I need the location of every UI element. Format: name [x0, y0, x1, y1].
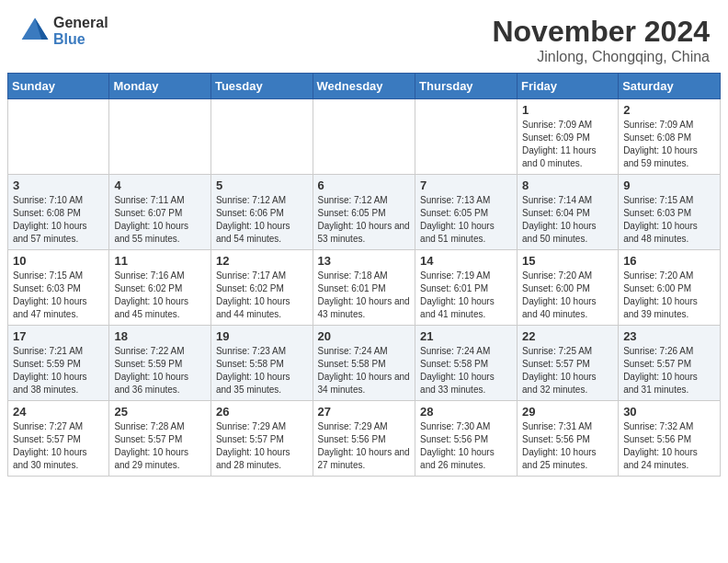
day-info: Sunrise: 7:17 AM Sunset: 6:02 PM Dayligh… — [216, 270, 308, 321]
day-cell: 10Sunrise: 7:15 AM Sunset: 6:03 PM Dayli… — [8, 250, 109, 326]
header: General Blue November 2024 Jinlong, Chon… — [0, 0, 728, 73]
header-saturday: Saturday — [619, 74, 721, 99]
day-info: Sunrise: 7:29 AM Sunset: 5:56 PM Dayligh… — [318, 420, 411, 472]
day-number: 22 — [522, 329, 613, 343]
day-cell: 17Sunrise: 7:21 AM Sunset: 5:59 PM Dayli… — [8, 326, 109, 401]
day-cell — [210, 99, 313, 175]
day-number: 13 — [318, 254, 411, 268]
day-cell: 22Sunrise: 7:25 AM Sunset: 5:57 PM Dayli… — [518, 326, 619, 401]
day-info: Sunrise: 7:23 AM Sunset: 5:58 PM Dayligh… — [216, 345, 308, 396]
day-cell: 9Sunrise: 7:15 AM Sunset: 6:03 PM Daylig… — [619, 175, 721, 250]
day-cell: 28Sunrise: 7:30 AM Sunset: 5:56 PM Dayli… — [415, 401, 518, 477]
header-monday: Monday — [109, 74, 211, 99]
week-row-2: 3Sunrise: 7:10 AM Sunset: 6:08 PM Daylig… — [8, 175, 721, 250]
day-number: 11 — [114, 254, 206, 268]
header-row: Sunday Monday Tuesday Wednesday Thursday… — [8, 74, 721, 99]
day-cell: 13Sunrise: 7:18 AM Sunset: 6:01 PM Dayli… — [313, 250, 415, 326]
day-cell — [109, 99, 211, 175]
day-number: 6 — [318, 178, 411, 192]
day-info: Sunrise: 7:24 AM Sunset: 5:58 PM Dayligh… — [318, 345, 411, 396]
day-info: Sunrise: 7:20 AM Sunset: 6:00 PM Dayligh… — [623, 270, 715, 321]
day-cell: 16Sunrise: 7:20 AM Sunset: 6:00 PM Dayli… — [619, 250, 721, 326]
week-row-1: 1Sunrise: 7:09 AM Sunset: 6:09 PM Daylig… — [8, 99, 721, 175]
day-info: Sunrise: 7:12 AM Sunset: 6:05 PM Dayligh… — [318, 194, 411, 246]
day-cell: 4Sunrise: 7:11 AM Sunset: 6:07 PM Daylig… — [109, 175, 211, 250]
calendar: Sunday Monday Tuesday Wednesday Thursday… — [0, 73, 728, 563]
day-number: 4 — [114, 178, 206, 192]
day-number: 29 — [522, 405, 613, 419]
day-number: 19 — [216, 329, 308, 343]
day-cell: 18Sunrise: 7:22 AM Sunset: 5:59 PM Dayli… — [109, 326, 211, 401]
day-cell — [8, 99, 109, 175]
day-cell: 5Sunrise: 7:12 AM Sunset: 6:06 PM Daylig… — [210, 175, 313, 250]
day-info: Sunrise: 7:27 AM Sunset: 5:57 PM Dayligh… — [13, 420, 104, 472]
calendar-body: 1Sunrise: 7:09 AM Sunset: 6:09 PM Daylig… — [8, 99, 721, 477]
day-info: Sunrise: 7:32 AM Sunset: 5:56 PM Dayligh… — [623, 420, 715, 472]
day-number: 8 — [522, 178, 613, 192]
day-number: 10 — [13, 254, 104, 268]
day-cell: 23Sunrise: 7:26 AM Sunset: 5:57 PM Dayli… — [619, 326, 721, 401]
week-row-4: 17Sunrise: 7:21 AM Sunset: 5:59 PM Dayli… — [8, 326, 721, 401]
day-cell: 25Sunrise: 7:28 AM Sunset: 5:57 PM Dayli… — [109, 401, 211, 477]
day-number: 28 — [420, 405, 512, 419]
day-cell: 14Sunrise: 7:19 AM Sunset: 6:01 PM Dayli… — [415, 250, 518, 326]
day-info: Sunrise: 7:09 AM Sunset: 6:09 PM Dayligh… — [522, 119, 613, 170]
day-cell: 6Sunrise: 7:12 AM Sunset: 6:05 PM Daylig… — [313, 175, 415, 250]
header-friday: Friday — [518, 74, 619, 99]
logo-general: General — [53, 15, 108, 31]
day-info: Sunrise: 7:30 AM Sunset: 5:56 PM Dayligh… — [420, 420, 512, 472]
day-info: Sunrise: 7:26 AM Sunset: 5:57 PM Dayligh… — [623, 345, 715, 396]
day-number: 12 — [216, 254, 308, 268]
calendar-header: Sunday Monday Tuesday Wednesday Thursday… — [8, 74, 721, 99]
day-info: Sunrise: 7:31 AM Sunset: 5:56 PM Dayligh… — [522, 420, 613, 472]
day-info: Sunrise: 7:25 AM Sunset: 5:57 PM Dayligh… — [522, 345, 613, 396]
day-number: 27 — [318, 405, 411, 419]
logo-text: General Blue — [53, 15, 108, 47]
day-info: Sunrise: 7:19 AM Sunset: 6:01 PM Dayligh… — [420, 270, 512, 321]
header-wednesday: Wednesday — [313, 74, 415, 99]
day-number: 26 — [216, 405, 308, 419]
day-cell: 15Sunrise: 7:20 AM Sunset: 6:00 PM Dayli… — [518, 250, 619, 326]
page: General Blue November 2024 Jinlong, Chon… — [0, 0, 728, 563]
day-cell: 12Sunrise: 7:17 AM Sunset: 6:02 PM Dayli… — [210, 250, 313, 326]
day-info: Sunrise: 7:15 AM Sunset: 6:03 PM Dayligh… — [13, 270, 104, 321]
day-number: 9 — [623, 178, 715, 192]
day-cell: 1Sunrise: 7:09 AM Sunset: 6:09 PM Daylig… — [518, 99, 619, 175]
day-cell — [415, 99, 518, 175]
day-cell: 20Sunrise: 7:24 AM Sunset: 5:58 PM Dayli… — [313, 326, 415, 401]
day-cell: 7Sunrise: 7:13 AM Sunset: 6:05 PM Daylig… — [415, 175, 518, 250]
day-info: Sunrise: 7:15 AM Sunset: 6:03 PM Dayligh… — [623, 194, 715, 246]
day-info: Sunrise: 7:09 AM Sunset: 6:08 PM Dayligh… — [623, 119, 715, 170]
day-cell: 11Sunrise: 7:16 AM Sunset: 6:02 PM Dayli… — [109, 250, 211, 326]
day-info: Sunrise: 7:16 AM Sunset: 6:02 PM Dayligh… — [114, 270, 206, 321]
day-info: Sunrise: 7:12 AM Sunset: 6:06 PM Dayligh… — [216, 194, 308, 246]
day-cell: 21Sunrise: 7:24 AM Sunset: 5:58 PM Dayli… — [415, 326, 518, 401]
day-number: 16 — [623, 254, 715, 268]
header-thursday: Thursday — [415, 74, 518, 99]
day-number: 7 — [420, 178, 512, 192]
calendar-table: Sunday Monday Tuesday Wednesday Thursday… — [7, 73, 721, 477]
day-number: 1 — [522, 103, 613, 117]
day-info: Sunrise: 7:11 AM Sunset: 6:07 PM Dayligh… — [114, 194, 206, 246]
day-number: 17 — [13, 329, 104, 343]
week-row-3: 10Sunrise: 7:15 AM Sunset: 6:03 PM Dayli… — [8, 250, 721, 326]
day-number: 24 — [13, 405, 104, 419]
day-number: 23 — [623, 329, 715, 343]
day-cell: 8Sunrise: 7:14 AM Sunset: 6:04 PM Daylig… — [518, 175, 619, 250]
logo-icon — [18, 15, 51, 48]
day-number: 5 — [216, 178, 308, 192]
day-info: Sunrise: 7:18 AM Sunset: 6:01 PM Dayligh… — [318, 270, 411, 321]
day-cell: 2Sunrise: 7:09 AM Sunset: 6:08 PM Daylig… — [619, 99, 721, 175]
day-cell: 24Sunrise: 7:27 AM Sunset: 5:57 PM Dayli… — [8, 401, 109, 477]
week-row-5: 24Sunrise: 7:27 AM Sunset: 5:57 PM Dayli… — [8, 401, 721, 477]
day-number: 14 — [420, 254, 512, 268]
day-info: Sunrise: 7:29 AM Sunset: 5:57 PM Dayligh… — [216, 420, 308, 472]
day-info: Sunrise: 7:24 AM Sunset: 5:58 PM Dayligh… — [420, 345, 512, 396]
day-info: Sunrise: 7:14 AM Sunset: 6:04 PM Dayligh… — [522, 194, 613, 246]
day-cell: 27Sunrise: 7:29 AM Sunset: 5:56 PM Dayli… — [313, 401, 415, 477]
day-info: Sunrise: 7:13 AM Sunset: 6:05 PM Dayligh… — [420, 194, 512, 246]
day-number: 20 — [318, 329, 411, 343]
day-number: 25 — [114, 405, 206, 419]
day-info: Sunrise: 7:28 AM Sunset: 5:57 PM Dayligh… — [114, 420, 206, 472]
day-number: 15 — [522, 254, 613, 268]
